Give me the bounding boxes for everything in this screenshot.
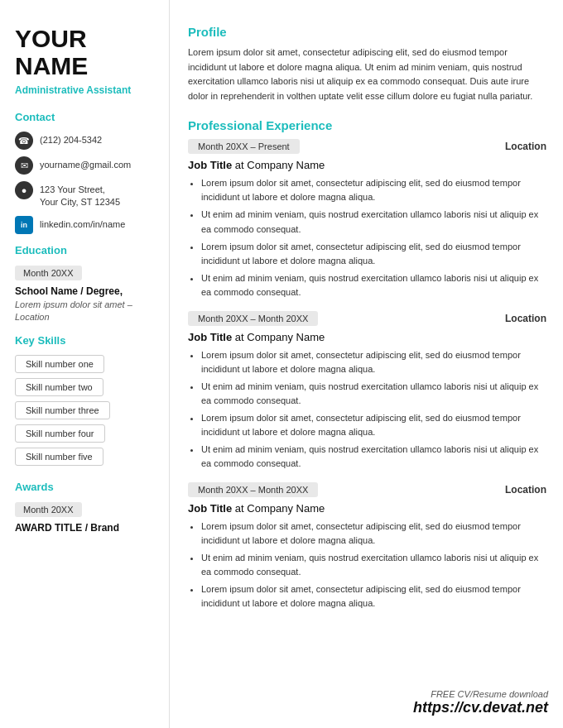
- exp-2-date: Month 20XX – Month 20XX: [188, 311, 318, 326]
- exp-1-location: Location: [505, 141, 546, 152]
- job-title: Administrative Assistant: [15, 84, 156, 96]
- exp-2-bullets: Lorem ipsum dolor sit amet, consectetur …: [201, 348, 546, 471]
- email-item: ✉ yourname@gmail.com: [15, 156, 156, 175]
- education-label: Education: [15, 244, 156, 256]
- watermark-url: https://cv.devat.net: [413, 699, 548, 716]
- exp-1-title: Job Title at Company Name: [188, 159, 546, 171]
- exp-1-bullet-4: Ut enim ad minim veniam, quis nostrud ex…: [201, 271, 546, 299]
- exp-3-bullet-1: Lorem ipsum dolor sit amet, consectetur …: [201, 520, 546, 548]
- watermark-small: FREE CV/Resume download: [413, 689, 548, 699]
- name-first: YOUR: [15, 25, 156, 52]
- exp-1-bullet-2: Ut enim ad minim veniam, quis nostrud ex…: [201, 208, 546, 236]
- exp-1-bullet-3: Lorem ipsum dolor sit amet, consectetur …: [201, 240, 546, 268]
- sidebar: YOUR NAME Administrative Assistant Conta…: [0, 0, 170, 728]
- exp-1-date: Month 20XX – Present: [188, 139, 300, 154]
- phone-text: (212) 204-5342: [40, 132, 102, 146]
- exp-3-bullets: Lorem ipsum dolor sit amet, consectetur …: [201, 520, 546, 611]
- skill-2: Skill number two: [15, 378, 103, 396]
- exp-3-bullet-3: Lorem ipsum dolor sit amet, consectetur …: [201, 582, 546, 611]
- award-date-badge: Month 20XX: [15, 502, 82, 517]
- exp-2-bullet-3: Lorem ipsum dolor sit amet, consectetur …: [201, 411, 546, 439]
- edu-school: School Name / Degree,: [15, 285, 156, 297]
- skill-3: Skill number three: [15, 401, 110, 419]
- main-content: Profile Lorem ipsum dolor sit amet, cons…: [170, 0, 563, 728]
- contact-label: Contact: [15, 111, 156, 123]
- exp-2-bullet-4: Ut enim ad minim veniam, quis nostrud ex…: [201, 443, 546, 471]
- address-text: 123 Your Street, Your City, ST 12345: [40, 181, 120, 209]
- linkedin-icon: in: [15, 216, 33, 234]
- exp-3-bullet-2: Ut enim ad minim veniam, quis nostrud ex…: [201, 551, 546, 579]
- edu-date-badge: Month 20XX: [15, 266, 82, 280]
- exp-2-header: Month 20XX – Month 20XX Location: [188, 311, 546, 326]
- exp-2-bullet-2: Ut enim ad minim veniam, quis nostrud ex…: [201, 380, 546, 408]
- skill-1: Skill number one: [15, 355, 104, 373]
- exp-3-date: Month 20XX – Month 20XX: [188, 482, 318, 497]
- watermark: FREE CV/Resume download https://cv.devat…: [413, 689, 548, 716]
- linkedin-item: in linkedin.com/in/name: [15, 216, 156, 234]
- skill-4: Skill number four: [15, 424, 105, 443]
- address-icon: ●: [15, 181, 33, 199]
- profile-text: Lorem ipsum dolor sit amet, consectetur …: [188, 46, 546, 103]
- exp-2-bullet-1: Lorem ipsum dolor sit amet, consectetur …: [201, 348, 546, 376]
- address-item: ● 123 Your Street, Your City, ST 12345: [15, 181, 156, 209]
- skills-label: Key Skills: [15, 334, 156, 347]
- email-icon: ✉: [15, 156, 33, 175]
- phone-icon: ☎: [15, 132, 33, 150]
- awards-label: Awards: [15, 481, 156, 493]
- exp-3-header: Month 20XX – Month 20XX Location: [188, 482, 546, 497]
- exp-3-title: Job Title at Company Name: [188, 502, 546, 515]
- exp-1-bullet-1: Lorem ipsum dolor sit amet, consectetur …: [201, 176, 546, 204]
- profile-label: Profile: [188, 25, 546, 39]
- edu-desc: Lorem ipsum dolor sit amet – Location: [15, 299, 156, 324]
- skills-section: Skill number one Skill number two Skill …: [15, 355, 156, 471]
- exp-label: Professional Experience: [188, 118, 546, 132]
- name-last: NAME: [15, 52, 156, 79]
- linkedin-text: linkedin.com/in/name: [40, 216, 125, 231]
- resume-container: YOUR NAME Administrative Assistant Conta…: [0, 0, 563, 728]
- exp-2-location: Location: [505, 313, 546, 324]
- exp-2-title: Job Title at Company Name: [188, 331, 546, 343]
- phone-item: ☎ (212) 204-5342: [15, 132, 156, 150]
- award-title: AWARD TITLE / Brand: [15, 522, 156, 534]
- exp-3-location: Location: [505, 484, 546, 496]
- skill-5: Skill number five: [15, 448, 103, 466]
- exp-1-header: Month 20XX – Present Location: [188, 139, 546, 154]
- email-text: yourname@gmail.com: [40, 156, 131, 171]
- exp-1-bullets: Lorem ipsum dolor sit amet, consectetur …: [201, 176, 546, 299]
